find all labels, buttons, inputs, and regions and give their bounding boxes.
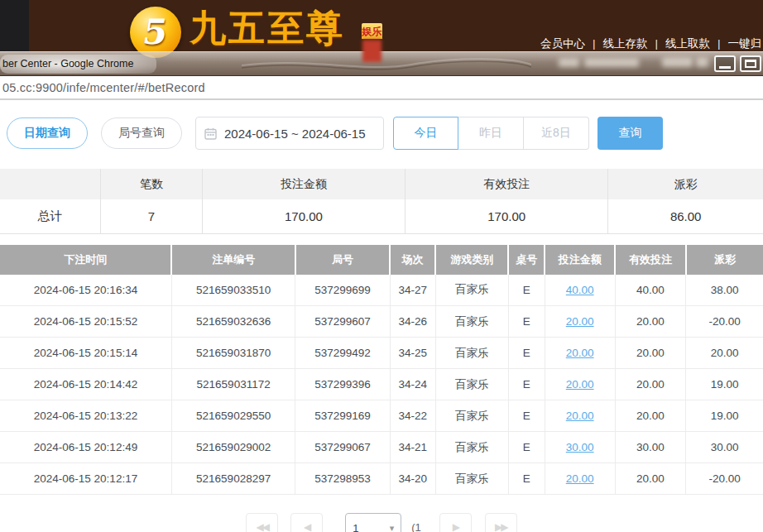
nav-one-key-transfer[interactable]: 一键归 (728, 37, 762, 50)
payout-value: -20.00 (686, 463, 763, 495)
entertainment-badge: 娱乐 (362, 23, 382, 62)
summary-count: 7 (101, 199, 203, 233)
maximize-button[interactable] (740, 55, 761, 72)
round-id: 537299607 (295, 306, 390, 338)
bet-id: 521659028297 (171, 463, 295, 495)
round-id: 537299492 (295, 338, 390, 369)
game-type: 百家乐 (435, 369, 508, 400)
session: 34-24 (390, 369, 435, 400)
payout-value: 38.00 (686, 275, 763, 306)
round-id: 537299067 (295, 432, 390, 463)
bet-amount-link[interactable]: 40.00 (566, 284, 594, 296)
summary-total-row: 总计 7 170.00 170.00 86.00 (0, 199, 763, 233)
first-page-button[interactable]: ◀◀ (246, 513, 278, 532)
filter-row: 日期查询 局号查询 2024-06-15 ~ 2024-06-15 今日 昨日 … (7, 117, 763, 150)
round-id: 537299396 (295, 369, 390, 400)
summary-header-payout: 派彩 (608, 169, 763, 199)
payout-value: -20.00 (686, 306, 763, 338)
payout-value: 19.00 (686, 369, 763, 400)
bet-amount-link[interactable]: 20.00 (566, 347, 594, 359)
col-game-type: 游戏类别 (435, 245, 508, 275)
table-no: E (508, 338, 545, 369)
table-no: E (508, 306, 545, 338)
flourish-decoration (242, 53, 531, 74)
round-id: 537299169 (295, 400, 390, 432)
bet-time: 2024-06-15 20:12:49 (0, 432, 171, 463)
chevron-down-icon: ▾ (390, 523, 395, 532)
bet-time: 2024-06-15 20:15:14 (0, 338, 171, 369)
prev-page-button[interactable]: ◀ (290, 513, 323, 532)
table-row: 2024-06-15 20:16:34 521659033510 5372996… (0, 275, 763, 306)
table-row: 2024-06-15 20:13:22 521659029550 5372991… (0, 400, 763, 432)
bet-time: 2024-06-15 20:13:22 (0, 400, 171, 432)
bet-amount-link[interactable]: 20.00 (566, 378, 594, 391)
game-type: 百家乐 (435, 306, 508, 338)
tab-round-query[interactable]: 局号查询 (101, 117, 182, 149)
page-select-value: 1 (353, 522, 358, 532)
summary-table: 笔数 投注金额 有效投注 派彩 总计 7 170.00 170.00 86.00 (0, 169, 763, 234)
table-row: 2024-06-15 20:15:52 521659032636 5372996… (0, 306, 763, 338)
bet-amount-link[interactable]: 20.00 (566, 315, 594, 328)
summary-header-blank (0, 169, 101, 199)
url-bar[interactable]: 05.cc:9900/infe/mcenter/#/betRecord (0, 76, 763, 100)
bet-time: 2024-06-15 20:12:17 (0, 463, 171, 495)
table-no: E (508, 369, 545, 400)
bet-time: 2024-06-15 20:14:42 (0, 369, 171, 400)
nav-online-deposit[interactable]: 线上存款 (602, 37, 647, 50)
nav-online-withdraw[interactable]: 线上取款 (665, 37, 710, 50)
tab-date-query[interactable]: 日期查询 (7, 117, 88, 149)
logo-five-glyph: 5 (141, 15, 170, 50)
nav-separator: | (717, 37, 721, 50)
col-session: 场次 (390, 245, 435, 275)
nav-member-center[interactable]: 会员中心 (540, 37, 585, 50)
summary-bet-amount: 170.00 (202, 199, 405, 233)
date-range-value[interactable]: 2024-06-15 ~ 2024-06-15 (224, 127, 366, 141)
game-type: 百家乐 (435, 400, 508, 432)
round-id: 537298953 (295, 463, 390, 495)
minimize-button[interactable] (714, 55, 736, 72)
payout-value: 30.00 (686, 432, 763, 463)
bet-table-header-row: 下注时间 注单编号 局号 场次 游戏类别 桌号 投注金额 有效投注 派彩 (0, 245, 763, 275)
summary-total-label: 总计 (0, 199, 101, 233)
quick-range-group: 今日 昨日 近8日 (393, 117, 589, 150)
bet-id: 521659029550 (171, 400, 295, 432)
quick-today-button[interactable]: 今日 (393, 117, 458, 150)
game-type: 百家乐 (435, 463, 508, 495)
col-round-id: 局号 (295, 245, 390, 275)
page-select[interactable]: 1 ▾ (345, 513, 401, 532)
site-logo: 5 九五至尊 (130, 7, 345, 58)
bet-amount-link[interactable]: 20.00 (566, 410, 594, 422)
date-range-picker[interactable]: 2024-06-15 ~ 2024-06-15 (195, 117, 384, 150)
valid-bet: 20.00 (615, 369, 686, 400)
round-id: 537299699 (295, 275, 390, 306)
col-bet-time: 下注时间 (0, 245, 171, 275)
col-valid-bet: 有效投注 (615, 245, 686, 275)
bet-amount-link[interactable]: 20.00 (566, 472, 594, 485)
next-page-button[interactable]: ▶ (439, 513, 472, 532)
search-button[interactable]: 查询 (597, 117, 663, 150)
bet-amount-link[interactable]: 30.00 (566, 441, 594, 453)
session: 34-26 (390, 306, 435, 338)
session: 34-21 (390, 432, 435, 463)
bet-record-page: 日期查询 局号查询 2024-06-15 ~ 2024-06-15 今日 昨日 … (0, 100, 763, 532)
bet-time: 2024-06-15 20:16:34 (0, 275, 171, 306)
nav-separator: | (655, 37, 658, 50)
site-title: 九五至尊 (190, 7, 345, 50)
redacted-user-info (559, 58, 579, 67)
table-row: 2024-06-15 20:15:14 521659031870 5372994… (0, 338, 763, 369)
last-page-button[interactable]: ▶▶ (485, 513, 517, 532)
summary-header-count: 笔数 (101, 169, 203, 199)
game-type: 百家乐 (435, 432, 508, 463)
logo-coin-icon: 5 (130, 7, 181, 58)
badge-label: 娱乐 (362, 23, 382, 39)
bet-record-table: 下注时间 注单编号 局号 场次 游戏类别 桌号 投注金额 有效投注 派彩 202… (0, 245, 763, 496)
summary-payout: 86.00 (608, 199, 763, 233)
bet-time: 2024-06-15 20:15:52 (0, 306, 171, 338)
valid-bet: 20.00 (615, 400, 686, 432)
bet-id: 521659031172 (171, 369, 295, 400)
url-text[interactable]: 05.cc:9900/infe/mcenter/#/betRecord (0, 81, 205, 94)
quick-last8-button[interactable]: 近8日 (524, 117, 589, 150)
quick-yesterday-button[interactable]: 昨日 (458, 117, 524, 150)
session: 34-27 (390, 275, 435, 306)
session: 34-20 (390, 463, 435, 495)
